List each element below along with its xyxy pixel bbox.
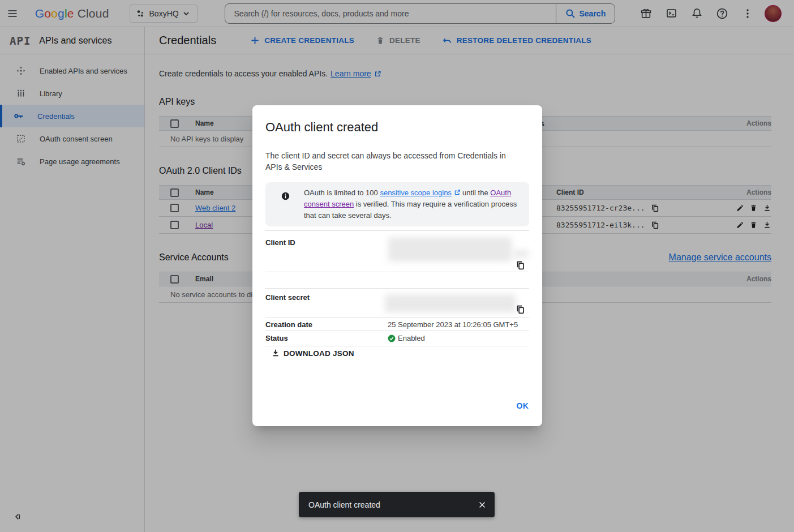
download-icon (271, 349, 280, 358)
dialog-title: OAuth client created (265, 120, 378, 135)
creation-date-value: 25 September 2023 at 10:26:05 GMT+5 (388, 320, 518, 329)
oauth-client-created-dialog: OAuth client created The client ID and s… (252, 105, 542, 426)
oauth-limit-infobox: OAuth is limited to 100 sensitive scope … (265, 182, 529, 226)
toast-close-icon[interactable] (478, 500, 487, 509)
download-json-label: DOWNLOAD JSON (284, 349, 354, 358)
infobox-segment: OAuth is limited to 100 (304, 188, 380, 197)
copy-client-secret-icon[interactable] (516, 304, 526, 317)
infobox-text: OAuth is limited to 100 sensitive scope … (304, 187, 529, 221)
infobox-segment: until the (461, 188, 491, 197)
sensitive-scope-logins-link[interactable]: sensitive scope logins (380, 188, 451, 197)
creation-date-row: Creation date 25 September 2023 at 10:26… (265, 318, 529, 331)
dialog-description: The client ID and secret can always be a… (265, 150, 517, 173)
copy-client-id-icon[interactable] (516, 260, 526, 273)
redacted-client-id (388, 237, 512, 261)
download-json-button[interactable]: DOWNLOAD JSON (271, 349, 354, 358)
status-label: Status (265, 334, 288, 342)
info-icon (281, 192, 290, 203)
check-circle-icon (388, 334, 396, 342)
toast-notification: OAuth client created (299, 492, 495, 517)
status-text: Enabled (398, 334, 425, 342)
external-link-icon (454, 189, 461, 196)
redacted-client-secret (385, 294, 516, 312)
toast-message: OAuth client created (308, 500, 478, 509)
redacted-client-id-tail (513, 250, 529, 258)
status-value: Enabled (388, 334, 425, 342)
creation-date-label: Creation date (265, 320, 312, 329)
client-id-label: Client ID (265, 238, 295, 247)
client-secret-label: Client secret (265, 293, 310, 302)
ok-button[interactable]: OK (517, 401, 529, 410)
status-row: Status Enabled (265, 331, 529, 346)
google-cloud-console: Google Cloud BoxyHQ Search (0, 0, 794, 532)
spacer-row (265, 272, 529, 289)
